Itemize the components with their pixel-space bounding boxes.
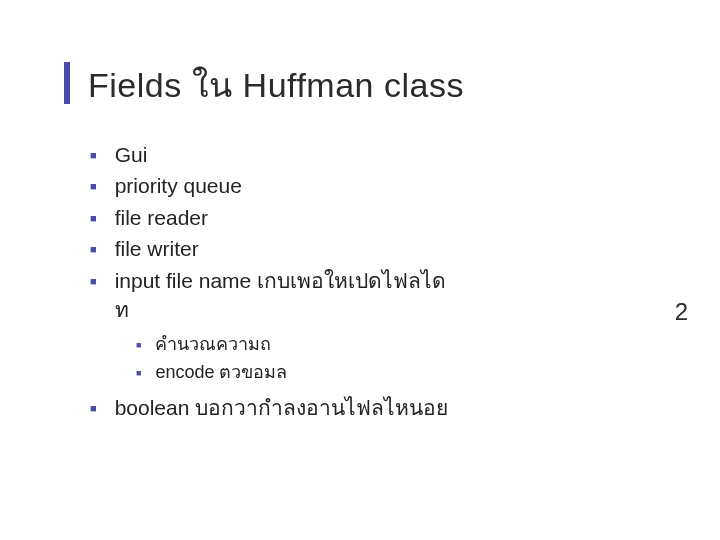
sub-list-item: ■ encode ตวขอมล [136, 360, 720, 385]
sub-list-item-text: encode ตวขอมล [155, 360, 287, 385]
bullet-icon: ■ [90, 274, 97, 289]
list-item: ■ file reader [90, 203, 720, 232]
sub-list-item: ■ คำนวณความถ [136, 332, 720, 357]
list-item: ■ boolean บอกวากำลงอานไฟลไหนอย [90, 393, 720, 422]
list-item-text: file reader [115, 203, 720, 232]
accent-bar [64, 62, 70, 104]
list-item: ■ input file name เกบเพอใหเปดไฟลได [90, 266, 720, 295]
bullet-icon: ■ [136, 367, 141, 380]
list-item-text: file writer [115, 234, 720, 263]
sub-list-item-text: คำนวณความถ [155, 332, 271, 357]
bullet-icon: ■ [90, 401, 97, 416]
title-row: Fields ใน Huffman class [0, 0, 720, 122]
list-item-wrap: ■ ท [90, 295, 720, 324]
bullet-icon: ■ [90, 242, 97, 257]
list-item-text: input file name เกบเพอใหเปดไฟลได [115, 266, 720, 295]
list-item: ■ Gui [90, 140, 720, 169]
slide: Fields ใน Huffman class ■ Gui ■ priority… [0, 0, 720, 540]
bullet-icon: ■ [90, 179, 97, 194]
list-item: ■ priority queue [90, 171, 720, 200]
list-item-text: priority queue [115, 171, 720, 200]
list-item-text-wrap: ท [115, 295, 720, 324]
slide-title: Fields ใน Huffman class [64, 58, 720, 112]
list-item: ■ file writer [90, 234, 720, 263]
list-item-text: Gui [115, 140, 720, 169]
page-number: 2 [675, 298, 688, 326]
sub-list: ■ คำนวณความถ ■ encode ตวขอมล [90, 326, 720, 392]
list-item-text: boolean บอกวากำลงอานไฟลไหนอย [115, 393, 720, 422]
bullet-icon: ■ [90, 148, 97, 163]
bullet-icon: ■ [90, 211, 97, 226]
slide-body: ■ Gui ■ priority queue ■ file reader ■ f… [0, 122, 720, 422]
bullet-icon: ■ [136, 339, 141, 352]
